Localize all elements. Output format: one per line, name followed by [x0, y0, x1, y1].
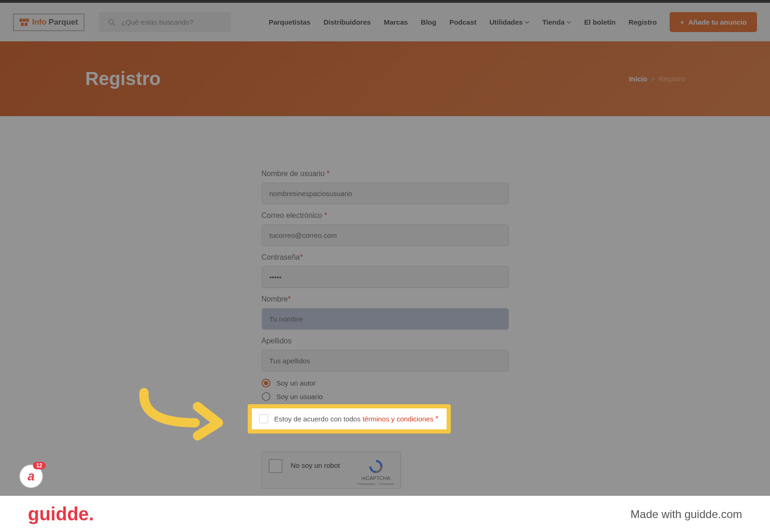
site-header: Info Parquet ¿Qué estás buscando? Parque…	[0, 3, 770, 41]
add-listing-button[interactable]: + Añade tu anuncio	[670, 12, 757, 32]
tutorial-arrow-icon	[135, 386, 228, 441]
recaptcha-checkbox[interactable]	[269, 459, 283, 473]
role-user-radio[interactable]: Soy un usuario	[262, 392, 509, 401]
username-label: Nombre de usuario *	[262, 170, 509, 178]
nav-distribuidores[interactable]: Distribuidores	[323, 18, 371, 26]
logo-icon	[20, 19, 29, 26]
hero-banner: Registro Inicio > Registro	[0, 41, 770, 116]
terms-link[interactable]: términos y condiciones	[362, 415, 434, 423]
terms-checkbox[interactable]	[259, 414, 268, 423]
radio-user-label: Soy un usuario	[276, 393, 323, 401]
svg-rect-1	[23, 19, 26, 22]
chevron-down-icon	[566, 20, 571, 25]
guidde-logo: guidde.	[28, 504, 94, 525]
guidde-attribution: Made with guidde.com	[631, 508, 742, 521]
registration-form: Nombre de usuario * Correo electrónico *…	[0, 116, 770, 521]
nav-podcast[interactable]: Podcast	[449, 18, 476, 26]
recaptcha-label: No soy un robot	[291, 461, 349, 469]
svg-rect-4	[25, 23, 27, 26]
breadcrumb-separator: >	[651, 75, 655, 83]
email-input[interactable]	[262, 224, 509, 246]
svg-point-5	[109, 20, 113, 24]
terms-prefix: Estoy de acuerdo con todos	[274, 415, 361, 423]
main-nav: Parquetistas Distribuidores Marcas Blog …	[269, 12, 757, 32]
svg-rect-2	[26, 19, 29, 22]
nav-blog[interactable]: Blog	[421, 18, 436, 26]
nav-tienda[interactable]: Tienda	[542, 18, 571, 26]
radio-author-label: Soy un autor	[276, 379, 316, 387]
search-placeholder: ¿Qué estás buscando?	[121, 18, 193, 26]
chevron-down-icon	[525, 20, 529, 25]
username-input[interactable]	[262, 183, 509, 204]
logo[interactable]: Info Parquet	[13, 13, 85, 31]
plus-icon: +	[680, 18, 684, 26]
recaptcha-logo: reCAPTCHA Privacidad - Términos	[358, 458, 394, 486]
email-label: Correo electrónico *	[262, 211, 509, 220]
badge-count: 12	[33, 462, 46, 469]
logo-text-1: Info	[32, 18, 46, 26]
recaptcha-widget[interactable]: No soy un robot reCAPTCHA Privacidad - T…	[262, 452, 401, 489]
radio-icon	[262, 379, 270, 388]
lastname-input[interactable]	[262, 350, 509, 372]
notification-badge[interactable]: a 12	[20, 465, 43, 488]
role-author-radio[interactable]: Soy un autor	[262, 379, 509, 388]
firstname-input[interactable]	[262, 308, 509, 330]
radio-icon	[262, 392, 270, 401]
lastname-label: Apellidos	[262, 337, 509, 345]
svg-line-6	[113, 24, 115, 26]
page-title: Registro	[86, 68, 161, 89]
svg-rect-0	[20, 19, 22, 22]
firstname-label: Nombre*	[262, 295, 509, 303]
svg-rect-3	[21, 23, 24, 26]
nav-parquetistas[interactable]: Parquetistas	[269, 18, 310, 26]
breadcrumb-home[interactable]: Inicio	[629, 75, 647, 83]
search-input[interactable]: ¿Qué estás buscando?	[99, 12, 231, 32]
guidde-footer: guidde. Made with guidde.com	[0, 496, 770, 532]
nav-registro[interactable]: Registro	[629, 18, 657, 26]
password-label: Contraseña*	[262, 253, 509, 262]
tutorial-highlight: Estoy de acuerdo con todos términos y co…	[248, 404, 451, 433]
nav-marcas[interactable]: Marcas	[384, 18, 408, 26]
logo-text-2: Parquet	[49, 18, 78, 26]
breadcrumb-current: Registro	[659, 75, 685, 83]
badge-letter: a	[27, 469, 34, 484]
nav-utilidades[interactable]: Utilidades	[489, 18, 529, 26]
search-icon	[108, 19, 115, 26]
nav-boletin[interactable]: El boletín	[584, 18, 616, 26]
breadcrumb: Inicio > Registro	[629, 75, 685, 83]
password-input[interactable]	[262, 266, 509, 288]
recaptcha-icon	[367, 458, 385, 475]
